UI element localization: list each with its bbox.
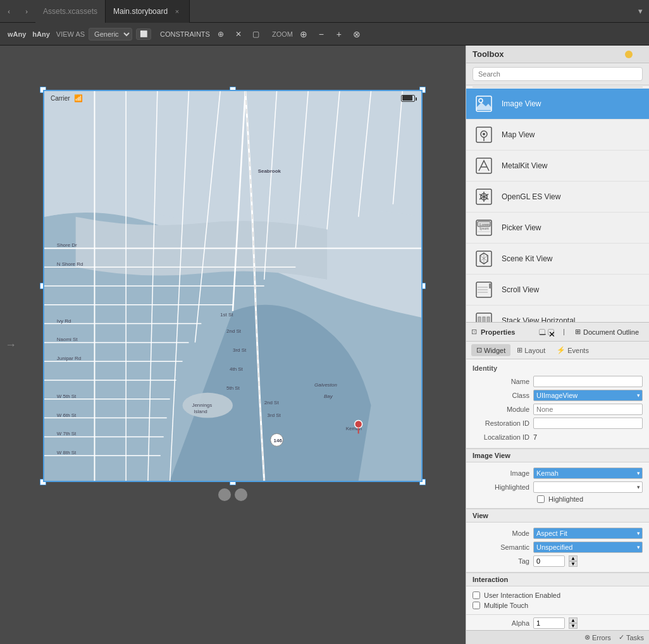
props-close-button[interactable]: ✕ <box>548 329 554 335</box>
tag-label: Tag <box>473 557 529 565</box>
view-section-header: View <box>466 509 649 523</box>
localization-id-label: Localization ID <box>473 433 529 441</box>
tab-layout[interactable]: ⊞ Layout <box>512 344 550 356</box>
multiple-touch-checkbox[interactable] <box>473 602 480 609</box>
errors-label: Errors <box>592 634 611 641</box>
toolbox-item-stack-view[interactable]: Stack View Horizontal <box>466 306 649 322</box>
class-select[interactable]: UIImageView <box>533 390 643 401</box>
module-input[interactable] <box>533 404 643 415</box>
tab-close-button[interactable]: × <box>173 7 182 16</box>
user-interaction-checkbox[interactable] <box>473 591 480 599</box>
svg-text:1st St: 1st St <box>220 312 233 318</box>
image-view-section-header: Image View <box>466 449 649 462</box>
mode-select[interactable]: Aspect Fit <box>533 528 643 539</box>
zoom-in-button[interactable]: + <box>332 28 346 40</box>
svg-text:Shore Dr: Shore Dr <box>57 242 77 248</box>
svg-point-55 <box>479 99 483 102</box>
semantic-label: Semantic <box>473 543 529 551</box>
widget-icon: ⊡ <box>476 346 482 354</box>
stack-view-label: Stack View Horizontal <box>502 316 576 322</box>
tab-assets-label: Assets.xcassets <box>43 7 97 16</box>
zoom-fit-button[interactable]: ⊕ <box>297 28 311 40</box>
tab-forward-button[interactable]: › <box>18 0 35 23</box>
tag-decrement-button[interactable]: ▼ <box>569 561 578 567</box>
highlighted-select[interactable] <box>533 481 643 493</box>
add-constraint-button[interactable]: ⊕ <box>214 28 228 40</box>
opengl-view-label: OpenGL ES View <box>502 192 560 201</box>
doc-outline-icon: ⊞ <box>575 328 581 336</box>
svg-text:Ivy Rd: Ivy Rd <box>57 318 71 324</box>
zoom-out-button[interactable]: − <box>314 28 328 40</box>
toolbox-item-opengl-view[interactable]: OpenGL ES View <box>466 182 649 213</box>
tab-storyboard-label: Main.storyboard <box>113 7 168 16</box>
canvas-area[interactable]: → Carrier 📶 <box>0 46 466 644</box>
highlighted-checkbox[interactable] <box>537 495 545 503</box>
identity-section-title: Identity <box>466 363 649 375</box>
tab-storyboard[interactable]: Main.storyboard × <box>106 0 190 23</box>
device-button[interactable]: ⬜ <box>136 28 151 40</box>
alpha-decrement-button[interactable]: ▼ <box>569 623 578 629</box>
toolbox-item-scenekit-view[interactable]: Scene Kit View <box>466 244 649 275</box>
widget-label: Widget <box>484 347 505 354</box>
tag-increment-button[interactable]: ▲ <box>569 555 578 561</box>
toolbox-item-picker-view[interactable]: Lorem Ipsum Picker View <box>466 213 649 244</box>
image-select[interactable]: Kemah <box>533 468 643 479</box>
status-bar: Carrier 📶 <box>44 91 421 105</box>
tab-assets[interactable]: Assets.xcassets <box>35 0 106 23</box>
main-area: → Carrier 📶 <box>0 46 649 644</box>
localization-id-row: Localization ID 7 <box>466 430 649 444</box>
tag-stepper: ▲ ▼ <box>569 555 578 567</box>
svg-text:3rd St: 3rd St <box>268 412 281 418</box>
view-as-select[interactable]: Generic <box>89 28 132 40</box>
tab-back-button[interactable]: ‹ <box>0 0 18 23</box>
toolbox-item-scroll-view[interactable]: Scroll View <box>466 275 649 306</box>
remove-constraint-button[interactable]: ✕ <box>232 28 245 40</box>
toolbox-item-image-view[interactable]: Image View <box>466 89 649 120</box>
width-any-button[interactable]: wAny <box>5 29 28 39</box>
tasks-icon: ✓ <box>619 633 624 641</box>
tab-events[interactable]: ⚡ Events <box>552 344 594 356</box>
zoom-reset-button[interactable]: ⊗ <box>350 28 364 40</box>
toolbox-minimize-button[interactable] <box>625 51 633 58</box>
tasks-button[interactable]: ✓ Tasks <box>619 633 644 641</box>
errors-button[interactable]: ⊗ Errors <box>584 633 611 641</box>
scenekit-view-label: Scene Kit View <box>502 254 553 263</box>
tab-widget[interactable]: ⊡ Widget <box>471 344 510 356</box>
alpha-input[interactable] <box>533 617 565 629</box>
scroll-view-icon <box>474 280 494 300</box>
highlighted-row: Highlighted ▾ <box>466 480 649 494</box>
name-input[interactable] <box>533 376 643 387</box>
height-any-button[interactable]: hAny <box>30 29 53 39</box>
zoom-plus-circle[interactable] <box>235 488 247 501</box>
zoom-minus-circle[interactable] <box>218 488 231 501</box>
alpha-increment-button[interactable]: ▲ <box>569 617 578 623</box>
interaction-section: User Interaction Enabled Multiple Touch <box>466 586 649 615</box>
toolbox-close-button[interactable] <box>635 51 643 58</box>
image-select-wrapper: Kemah ▾ <box>533 468 643 479</box>
right-panel: Toolbox Image View <box>466 46 649 644</box>
layout-label: Layout <box>524 347 545 354</box>
bottom-bar-right: ⊗ Errors ✓ Tasks <box>584 633 644 641</box>
tag-input[interactable] <box>533 555 565 567</box>
toolbox-item-metalkit-view[interactable]: MetalKit View <box>466 151 649 182</box>
properties-panel: ⊡ Properties ─ ✕ | ⊞ Document Outline <box>466 322 649 630</box>
svg-rect-76 <box>489 283 491 288</box>
zoom-controls <box>218 488 247 501</box>
image-label: Image <box>473 469 529 477</box>
scroll-view-label: Scroll View <box>502 285 539 294</box>
svg-rect-81 <box>478 317 481 322</box>
mode-select-wrapper: Aspect Fit ▾ <box>533 528 643 539</box>
mode-row: Mode Aspect Fit ▾ <box>466 526 649 540</box>
module-label: Module <box>473 406 529 413</box>
document-outline-tab[interactable]: ⊞ Document Outline <box>570 325 644 338</box>
constraint-square-button[interactable]: ▢ <box>249 28 263 40</box>
tab-menu-button[interactable]: ▾ <box>631 0 649 23</box>
restoration-id-input[interactable] <box>533 418 643 429</box>
toolbox-search-input[interactable] <box>473 67 643 81</box>
props-minimize-button[interactable]: ─ <box>539 329 545 335</box>
multiple-touch-label: Multiple Touch <box>484 602 528 609</box>
semantic-row: Semantic Unspecified ▾ <box>466 540 649 554</box>
svg-text:Junipar Rd: Junipar Rd <box>57 356 81 361</box>
toolbox-item-map-view[interactable]: Map View <box>466 120 649 151</box>
semantic-select[interactable]: Unspecified <box>533 542 643 553</box>
